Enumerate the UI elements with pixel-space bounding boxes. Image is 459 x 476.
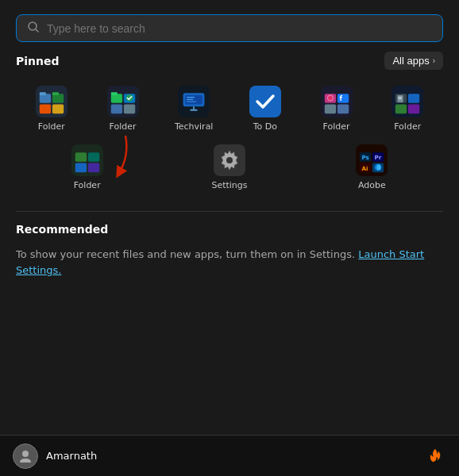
app-label-adobe: Adobe — [303, 180, 442, 190]
recommended-header: Recommended — [16, 223, 443, 236]
svg-point-22 — [327, 95, 333, 101]
app-icon-techviral — [178, 86, 210, 117]
svg-rect-12 — [110, 105, 122, 114]
app-item-settings[interactable]: Settings — [158, 140, 300, 195]
svg-rect-3 — [40, 92, 46, 95]
svg-rect-31 — [408, 94, 419, 103]
chevron-right-icon: › — [433, 56, 435, 65]
recommended-description: To show your recent files and new apps, … — [16, 247, 443, 278]
app-item-folder1[interactable]: Folder — [16, 81, 87, 136]
app-icon-adobe: Ps Pr Ai — [356, 144, 388, 176]
app-icon-folder1 — [36, 86, 68, 117]
svg-rect-34 — [75, 152, 86, 162]
all-apps-label: All apps — [392, 55, 429, 67]
app-icon-todo — [249, 86, 281, 117]
app-item-folder4[interactable]: Folder — [372, 81, 443, 136]
app-label-folder4: Folder — [373, 121, 442, 132]
user-info[interactable]: Amarnath — [13, 443, 97, 469]
pinned-section: Pinned All apps › — [16, 52, 443, 195]
svg-rect-5 — [52, 92, 59, 95]
app-item-folder5[interactable]: Folder — [16, 140, 158, 195]
svg-rect-26 — [337, 105, 348, 114]
svg-line-1 — [36, 29, 38, 32]
svg-rect-9 — [110, 92, 117, 95]
search-area — [0, 0, 459, 52]
pinned-header: Pinned All apps › — [16, 52, 443, 70]
svg-rect-37 — [88, 163, 99, 173]
app-icon-folder3: f — [321, 86, 353, 117]
username: Amarnath — [46, 450, 97, 462]
svg-text:Ai: Ai — [362, 165, 368, 172]
taskbar: Amarnath — [0, 435, 459, 476]
app-label-settings: Settings — [160, 180, 299, 190]
svg-rect-35 — [88, 152, 99, 162]
app-label-folder1: Folder — [17, 121, 86, 132]
svg-rect-15 — [185, 95, 202, 105]
search-bar[interactable] — [16, 14, 443, 42]
app-label-folder3: Folder — [303, 121, 371, 132]
search-input[interactable] — [47, 22, 431, 35]
app-item-techviral[interactable]: Techviral — [158, 81, 230, 136]
app-icon-folder5 — [71, 144, 103, 176]
app-item-folder3[interactable]: f Folder — [301, 81, 372, 136]
svg-text:f: f — [339, 95, 342, 102]
svg-rect-33 — [408, 105, 419, 114]
svg-rect-32 — [395, 105, 407, 114]
main-content: Pinned All apps › — [0, 52, 459, 435]
svg-rect-36 — [75, 163, 86, 173]
recommended-section: Recommended To show your recent files an… — [16, 223, 443, 278]
section-divider — [16, 211, 443, 212]
app-label-todo: To Do — [231, 121, 299, 132]
all-apps-button[interactable]: All apps › — [384, 52, 443, 70]
svg-point-48 — [377, 164, 381, 170]
app-label-folder5: Folder — [17, 180, 156, 190]
user-avatar — [13, 443, 38, 469]
app-label-techviral: Techviral — [160, 121, 228, 132]
svg-point-50 — [22, 451, 29, 457]
pinned-title: Pinned — [16, 55, 60, 67]
app-icon-settings — [214, 144, 245, 176]
app-icon-folder2 — [107, 86, 139, 117]
svg-point-39 — [226, 157, 233, 163]
app-icon-folder4 — [392, 86, 423, 117]
svg-rect-7 — [52, 105, 64, 114]
app-item-folder2[interactable]: Folder — [87, 81, 159, 136]
svg-text:Pr: Pr — [375, 154, 382, 161]
power-icon[interactable] — [424, 445, 446, 467]
svg-rect-6 — [40, 105, 51, 114]
app-label-folder2: Folder — [89, 121, 157, 132]
svg-text:Ps: Ps — [362, 154, 369, 161]
app-item-todo[interactable]: To Do — [230, 81, 301, 136]
app-item-adobe[interactable]: Ps Pr Ai Adobe — [301, 140, 443, 195]
svg-rect-13 — [123, 105, 134, 114]
recommended-title: Recommended — [16, 223, 108, 236]
svg-rect-25 — [324, 105, 335, 114]
search-icon — [28, 21, 39, 35]
